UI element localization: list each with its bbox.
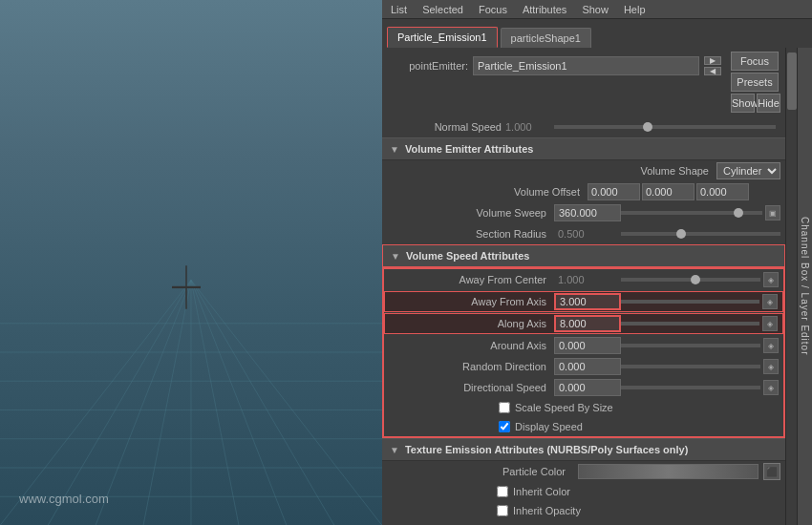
- random-dir-row: Random Direction ◈: [384, 356, 783, 377]
- scale-speed-label: Scale Speed By Size: [515, 402, 613, 413]
- volume-offset-row: Volume Offset: [382, 181, 785, 202]
- volume-sweep-slider[interactable]: [621, 211, 762, 215]
- tab-particle-emission[interactable]: Particle_Emission1: [387, 27, 498, 48]
- along-axis-label: Along Axis: [390, 318, 554, 329]
- channel-content: pointEmitter: ▶ ◀ Focus Presets Show Hid…: [382, 48, 785, 525]
- volume-shape-label: Volume Shape: [387, 165, 716, 177]
- menu-help[interactable]: Help: [620, 4, 650, 15]
- directional-input[interactable]: [554, 379, 621, 396]
- svg-line-13: [191, 280, 239, 525]
- normal-speed-row: Normal Speed 1.000: [382, 116, 785, 137]
- away-center-slider[interactable]: [621, 278, 760, 282]
- away-axis-input[interactable]: [554, 293, 621, 310]
- inherit-color-checkbox[interactable]: [497, 486, 508, 497]
- along-axis-slider[interactable]: [621, 322, 759, 326]
- svg-line-10: [96, 280, 191, 525]
- volume-offset-x[interactable]: [588, 183, 640, 200]
- menu-focus[interactable]: Focus: [475, 4, 511, 15]
- inherit-opacity-row: Inherit Opacity: [382, 501, 785, 520]
- normal-speed-slider[interactable]: [554, 125, 776, 129]
- scale-speed-checkbox[interactable]: [499, 402, 510, 413]
- particle-color-icon[interactable]: ⬛: [763, 463, 780, 480]
- away-axis-slider[interactable]: [621, 300, 759, 304]
- section-radius-row: Section Radius 0.500: [382, 223, 785, 244]
- around-axis-row: Around Axis ◈: [384, 335, 783, 356]
- svg-line-8: [0, 280, 191, 525]
- particle-color-label: Particle Color: [387, 466, 573, 477]
- section-header-volume-speed[interactable]: ▼ Volume Speed Attributes: [382, 244, 785, 267]
- section-arrow-texture-emission: ▼: [390, 445, 399, 455]
- volume-sweep-row: Volume Sweep ▣: [382, 202, 785, 223]
- section-title-volume-emitter: Volume Emitter Attributes: [405, 143, 533, 155]
- random-dir-slider[interactable]: [621, 365, 760, 368]
- volume-offset-z[interactable]: [696, 183, 749, 200]
- section-radius-slider[interactable]: [621, 232, 780, 236]
- channel-box: pointEmitter: ▶ ◀ Focus Presets Show Hid…: [382, 48, 812, 525]
- section-title-volume-speed: Volume Speed Attributes: [406, 250, 530, 262]
- section-arrow-volume-emitter: ▼: [390, 144, 399, 155]
- svg-line-11: [143, 280, 191, 525]
- volume-shape-select[interactable]: Cylinder Cube Sphere Cone Torus: [716, 162, 780, 179]
- directional-slider-wrap: ◈: [621, 380, 779, 395]
- away-center-slider-wrap: ◈: [621, 272, 779, 287]
- away-center-icon[interactable]: ◈: [763, 272, 779, 287]
- volume-sweep-input[interactable]: [554, 204, 621, 221]
- volume-speed-content: Away From Center 1.000 ◈ Away From Axis: [382, 267, 785, 438]
- tab-particle-shape[interactable]: particleShape1: [501, 28, 591, 48]
- focus-button[interactable]: Focus: [731, 52, 779, 71]
- away-center-value: 1.000: [554, 274, 621, 285]
- show-button[interactable]: Show: [731, 94, 755, 113]
- volume-offset-label: Volume Offset: [387, 186, 588, 198]
- directional-label: Directional Speed: [389, 382, 554, 393]
- random-dir-input[interactable]: [554, 358, 621, 375]
- scrollbar-thumb[interactable]: [787, 52, 797, 110]
- menu-attributes[interactable]: Attributes: [519, 4, 570, 15]
- section-radius-slider-wrap: [621, 232, 780, 236]
- random-dir-slider-wrap: ◈: [621, 359, 779, 374]
- volume-offset-inputs: [588, 183, 780, 200]
- presets-button[interactable]: Presets: [731, 73, 779, 92]
- viewport-grid: [0, 237, 382, 526]
- scrollbar[interactable]: [785, 48, 797, 525]
- particle-color-row: Particle Color ⬛: [382, 461, 785, 482]
- inherit-opacity-checkbox[interactable]: [497, 505, 508, 516]
- section-header-volume-emitter[interactable]: ▼ Volume Emitter Attributes: [382, 137, 785, 160]
- random-dir-icon[interactable]: ◈: [763, 359, 779, 374]
- along-axis-icon[interactable]: ◈: [762, 316, 778, 331]
- scale-speed-row: Scale Speed By Size: [384, 398, 783, 417]
- normal-speed-label: Normal Speed: [387, 121, 502, 133]
- around-axis-input[interactable]: [554, 337, 621, 354]
- volume-sweep-icon[interactable]: ▣: [765, 205, 780, 220]
- away-axis-slider-wrap: ◈: [621, 294, 778, 309]
- away-axis-icon[interactable]: ◈: [762, 294, 778, 309]
- emitter-icon-down[interactable]: ◀: [704, 67, 721, 75]
- inherit-color-row: Inherit Color: [382, 482, 785, 501]
- around-axis-icon[interactable]: ◈: [763, 338, 779, 353]
- section-title-texture-emission: Texture Emission Attributes (NURBS/Poly …: [405, 444, 688, 455]
- section-header-texture-emission[interactable]: ▼ Texture Emission Attributes (NURBS/Pol…: [382, 438, 785, 461]
- around-axis-slider-wrap: ◈: [621, 338, 779, 353]
- menu-bar: List Selected Focus Attributes Show Help: [382, 0, 812, 19]
- menu-selected[interactable]: Selected: [418, 4, 467, 15]
- away-center-row: Away From Center 1.000 ◈: [384, 269, 783, 290]
- texture-emission-content: Particle Color ⬛ Inherit Color Inherit O…: [382, 461, 785, 520]
- along-axis-input[interactable]: [554, 315, 621, 332]
- around-axis-label: Around Axis: [389, 340, 554, 351]
- svg-line-15: [191, 280, 334, 525]
- menu-list[interactable]: List: [387, 4, 411, 15]
- volume-sweep-slider-wrap: ▣: [621, 205, 780, 220]
- emitter-icon-up[interactable]: ▶: [704, 56, 721, 65]
- around-axis-slider[interactable]: [621, 344, 760, 347]
- display-speed-checkbox[interactable]: [499, 421, 510, 432]
- volume-offset-y[interactable]: [642, 183, 694, 200]
- menu-show[interactable]: Show: [578, 4, 612, 15]
- side-label: Channel Box / Layer Editor: [797, 48, 812, 525]
- emitter-input[interactable]: [473, 56, 699, 75]
- inherit-color-label: Inherit Color: [513, 486, 570, 497]
- directional-slider[interactable]: [621, 386, 760, 389]
- directional-icon[interactable]: ◈: [763, 380, 779, 395]
- hide-button[interactable]: Hide: [757, 94, 780, 113]
- particle-color-swatch[interactable]: [578, 464, 759, 479]
- svg-line-9: [48, 280, 191, 525]
- right-panel: List Selected Focus Attributes Show Help…: [382, 0, 812, 525]
